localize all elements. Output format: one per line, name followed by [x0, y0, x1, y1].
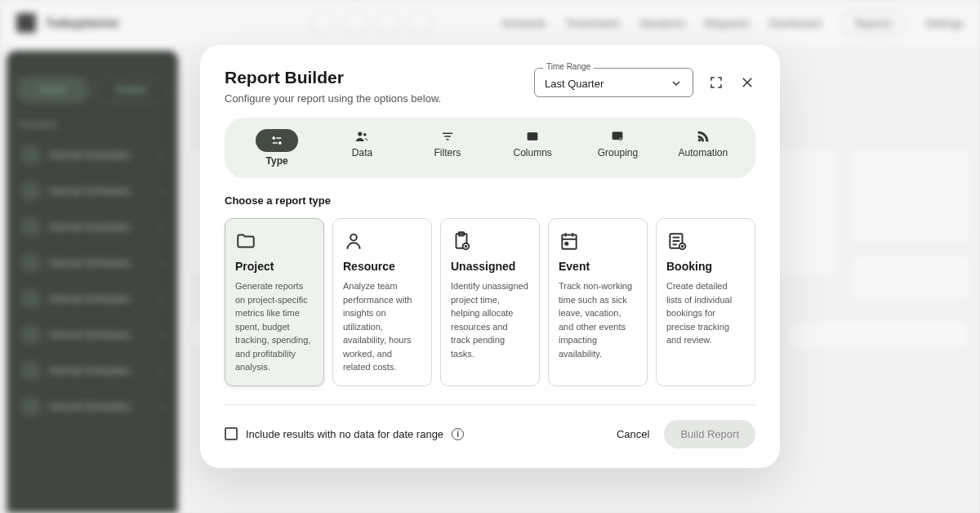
card-booking[interactable]: Booking Create detailed lists of individ… — [656, 218, 755, 386]
columns-icon — [524, 129, 541, 144]
modal-overlay: Report Builder Configure your report usi… — [0, 0, 980, 513]
time-range-value: Last Quarter — [545, 78, 604, 90]
close-icon — [740, 75, 755, 90]
include-no-data-checkbox[interactable] — [225, 427, 238, 440]
clipboard-plus-icon — [451, 230, 472, 252]
svg-point-4 — [359, 132, 363, 136]
modal-title: Report Builder — [225, 68, 521, 87]
svg-point-14 — [698, 139, 701, 141]
tab-type[interactable]: Type — [234, 124, 319, 172]
card-project[interactable]: Project Generate reports on project-spec… — [225, 218, 324, 386]
users-icon — [354, 129, 370, 144]
svg-point-2 — [278, 142, 281, 145]
include-no-data-label: Include results with no data for date ra… — [246, 428, 443, 440]
tab-grouping[interactable]: Grouping — [575, 124, 660, 172]
report-builder-modal: Report Builder Configure your report usi… — [200, 45, 780, 468]
person-icon — [343, 230, 364, 252]
build-report-button[interactable]: Build Report — [664, 420, 755, 448]
svg-point-5 — [364, 134, 367, 136]
tab-data[interactable]: Data — [319, 124, 404, 172]
modal-subtitle: Configure your report using the options … — [225, 92, 521, 105]
svg-point-0 — [273, 137, 275, 140]
builder-tabs: Type Data Filters Columns Grouping Autom… — [225, 118, 755, 178]
tab-automation[interactable]: Automation — [661, 124, 746, 172]
svg-rect-9 — [528, 133, 537, 141]
calendar-icon — [559, 230, 580, 252]
group-icon — [609, 129, 626, 144]
card-resource[interactable]: Resource Analyze team performance with i… — [332, 218, 432, 386]
list-plus-icon — [666, 230, 688, 252]
svg-point-15 — [350, 234, 357, 241]
divider — [225, 404, 755, 405]
svg-point-23 — [565, 243, 568, 245]
time-range-select[interactable]: Time Range Last Quarter — [534, 68, 693, 97]
tab-columns[interactable]: Columns — [490, 124, 575, 172]
time-range-legend: Time Range — [543, 62, 594, 71]
rss-icon — [695, 129, 711, 144]
section-title: Choose a report type — [225, 194, 755, 207]
fullscreen-button[interactable] — [708, 74, 724, 91]
cancel-button[interactable]: Cancel — [617, 428, 649, 440]
include-no-data-row: Include results with no data for date ra… — [225, 427, 464, 440]
close-button[interactable] — [739, 74, 755, 91]
tab-filters[interactable]: Filters — [405, 124, 490, 172]
chevron-down-icon — [670, 77, 683, 90]
folder-icon — [235, 230, 256, 252]
expand-icon — [709, 75, 724, 90]
card-unassigned[interactable]: Unassigned Identify unassigned project t… — [440, 218, 540, 386]
card-event[interactable]: Event Track non-working time such as sic… — [548, 218, 648, 386]
svg-rect-19 — [562, 235, 576, 249]
filter-icon — [439, 129, 456, 144]
info-icon[interactable]: i — [452, 428, 464, 440]
report-type-cards: Project Generate reports on project-spec… — [225, 218, 755, 386]
sliders-icon — [269, 133, 285, 148]
